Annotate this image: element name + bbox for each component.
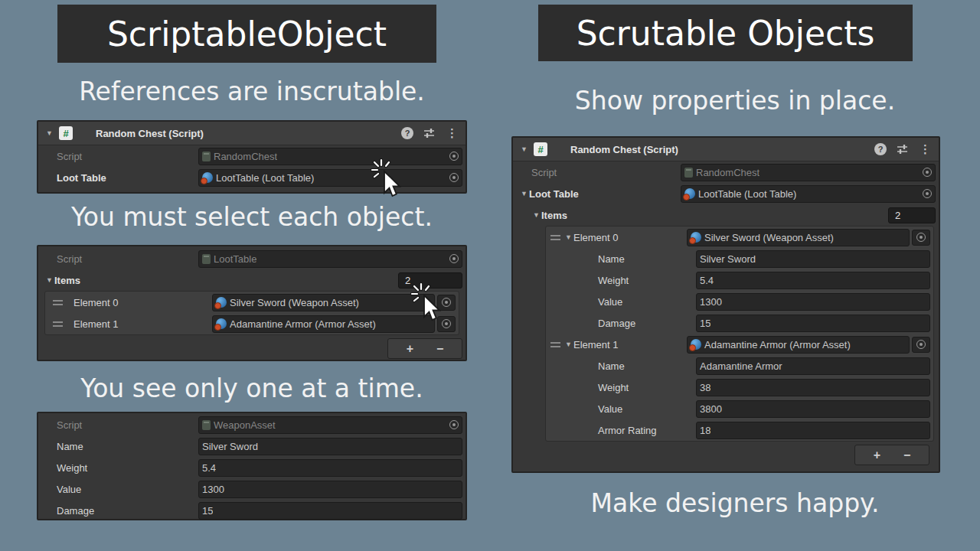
property-row-weight: Weight 5.4 [546, 269, 933, 291]
drag-handle-icon[interactable] [550, 342, 560, 347]
object-picker-icon[interactable] [916, 340, 926, 349]
object-picker-icon[interactable] [449, 152, 459, 161]
property-row-weight: Weight 5.4 [38, 457, 466, 478]
object-picker-icon[interactable] [449, 173, 459, 182]
element-object-field[interactable]: Adamantine Armor (Armor Asset) [687, 336, 910, 354]
name-label: Name [598, 253, 625, 265]
add-element-button[interactable]: + [874, 449, 880, 461]
drag-handle-icon[interactable] [550, 235, 560, 240]
script-asset-icon [684, 168, 693, 178]
script-object-field[interactable]: RandomChest [681, 164, 936, 181]
name-input[interactable]: Adamantine Armor [696, 357, 930, 375]
property-row-script: Script WeaponAsset [38, 414, 466, 435]
object-picker-icon[interactable] [923, 168, 932, 177]
name-label: Name [57, 441, 83, 452]
value-input[interactable]: 1300 [696, 293, 930, 311]
scriptable-object-icon [691, 232, 701, 243]
component-title: Random Chest (Script) [570, 144, 678, 155]
script-label: Script [531, 167, 557, 178]
element-object-field[interactable]: Silver Sword (Weapon Asset) [687, 229, 910, 246]
name-input[interactable]: Silver Sword [696, 250, 930, 268]
damage-label: Damage [598, 318, 635, 329]
left-caption-mid: You must select each object. [0, 202, 504, 232]
inspector-scrutable: ▼ # Random Chest (Script) ? ⋮ Script Ran… [511, 136, 940, 473]
inspector-weapon-asset: Script WeaponAsset Name Silver Sword Wei… [37, 412, 467, 520]
kebab-menu-icon[interactable]: ⋮ [445, 126, 459, 140]
property-row-items: ▼ Items 2 [38, 269, 466, 291]
property-row-name: Name Silver Sword [546, 248, 933, 269]
foldout-icon[interactable]: ▼ [44, 130, 54, 137]
items-label: Items [54, 275, 80, 286]
script-label: Script [57, 151, 82, 162]
component-header[interactable]: ▼ # Random Chest (Script) ? ⋮ [513, 138, 939, 161]
presets-icon[interactable] [897, 144, 908, 155]
property-row-name: Name Adamantine Armor [546, 355, 933, 377]
list-footer: + − [854, 445, 929, 465]
weight-input[interactable]: 5.4 [198, 459, 462, 477]
foldout-icon[interactable]: ▼ [531, 212, 541, 219]
script-asset-icon [202, 254, 211, 264]
script-object-field[interactable]: WeaponAsset [198, 416, 462, 434]
object-picker-icon[interactable] [449, 420, 459, 429]
remove-element-button[interactable]: − [436, 343, 443, 355]
element-object-field[interactable]: Adamantine Armor (Armor Asset) [212, 315, 435, 333]
foldout-icon[interactable]: ▼ [564, 341, 573, 348]
damage-input[interactable]: 15 [696, 315, 930, 332]
value-input[interactable]: 3800 [696, 400, 930, 418]
foldout-icon[interactable]: ▼ [519, 191, 529, 197]
foldout-icon[interactable]: ▼ [519, 146, 529, 153]
object-picker[interactable] [912, 230, 930, 246]
damage-input[interactable]: 15 [198, 502, 462, 520]
list-item-element0[interactable]: Element 0 Silver Sword (Weapon Asset) [45, 292, 459, 313]
mouse-cursor-click-icon [410, 282, 444, 326]
foldout-icon[interactable]: ▼ [44, 277, 54, 284]
script-object-field[interactable]: RandomChest [198, 148, 462, 165]
script-object-field[interactable]: LootTable [198, 250, 462, 268]
script-label: Script [57, 419, 82, 431]
right-title: Scrutable Objects [538, 5, 913, 61]
name-input[interactable]: Silver Sword [198, 438, 462, 455]
mouse-cursor-click-icon [371, 158, 404, 202]
script-label: Script [57, 253, 82, 265]
list-item-element1[interactable]: ▼ Element 1 Adamantine Armor (Armor Asse… [546, 334, 933, 355]
drag-handle-icon[interactable] [53, 321, 63, 327]
help-icon[interactable]: ? [874, 143, 887, 155]
property-row-armor-rating: Armor Rating 18 [546, 419, 933, 441]
loot-table-label: Loot Table [529, 188, 579, 200]
value-input[interactable]: 1300 [198, 481, 462, 498]
loot-table-object-field[interactable]: LootTable (Loot Table) [681, 185, 936, 203]
object-picker-icon[interactable] [923, 189, 932, 198]
property-row-value: Value 1300 [38, 478, 466, 500]
left-caption-top: References are inscrutable. [0, 77, 504, 106]
infographic-canvas: ScriptableObject Scrutable Objects Refer… [0, 0, 980, 551]
property-row-items: ▼ Items 2 [513, 204, 939, 226]
object-picker-icon[interactable] [916, 233, 926, 242]
weight-input[interactable]: 38 [696, 379, 930, 396]
property-row-value: Value 1300 [546, 291, 933, 312]
items-count-field[interactable]: 2 [888, 207, 936, 223]
component-header[interactable]: ▼ # Random Chest (Script) ? ⋮ [38, 122, 466, 145]
scriptable-object-icon [691, 339, 701, 350]
object-picker[interactable] [912, 337, 930, 353]
element-object-field[interactable]: Silver Sword (Weapon Asset) [212, 294, 435, 311]
loot-table-object-field[interactable]: LootTable (Loot Table) [198, 169, 462, 187]
property-row-name: Name Silver Sword [38, 435, 466, 457]
add-element-button[interactable]: + [407, 343, 413, 355]
weight-label: Weight [598, 275, 629, 286]
help-icon[interactable]: ? [401, 127, 413, 139]
kebab-menu-icon[interactable]: ⋮ [918, 142, 933, 156]
list-item-element1[interactable]: Element 1 Adamantine Armor (Armor Asset) [45, 313, 459, 334]
drag-handle-icon[interactable] [53, 300, 63, 305]
component-title: Random Chest (Script) [96, 128, 204, 139]
object-picker-icon[interactable] [449, 254, 459, 263]
left-title: ScriptableObject [57, 5, 436, 63]
items-label: Items [541, 210, 567, 221]
left-caption-bottom: You see only one at a time. [0, 373, 504, 403]
foldout-icon[interactable]: ▼ [564, 234, 573, 241]
presets-icon[interactable] [423, 128, 435, 139]
list-item-element0[interactable]: ▼ Element 0 Silver Sword (Weapon Asset) [546, 227, 933, 248]
script-asset-icon [202, 420, 211, 430]
weight-input[interactable]: 5.4 [696, 272, 930, 289]
remove-element-button[interactable]: − [903, 449, 910, 461]
armor-rating-input[interactable]: 18 [696, 422, 930, 439]
